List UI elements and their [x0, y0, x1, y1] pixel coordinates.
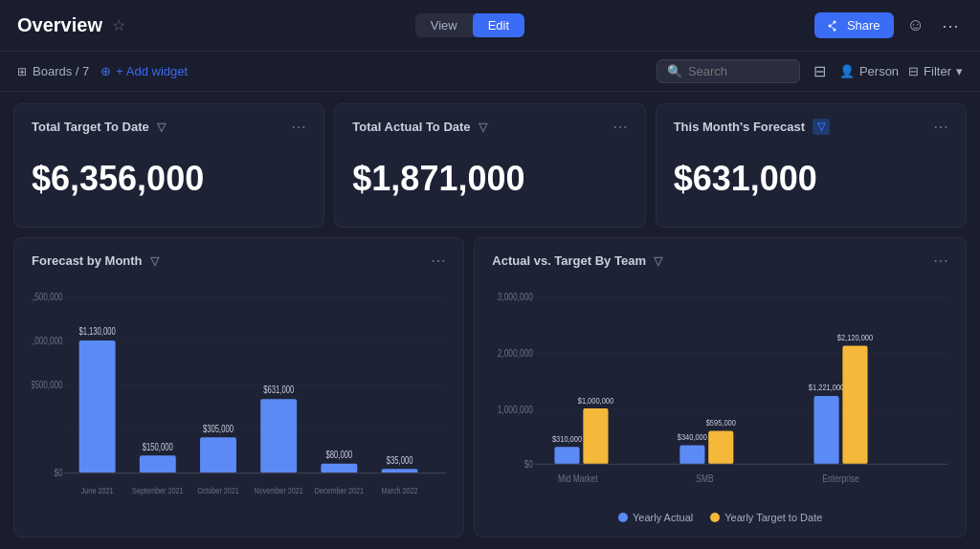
svg-point-2: [833, 28, 835, 31]
chart-legend: Yearly Actual Yearly Target to Date: [492, 512, 948, 523]
svg-text:$80,000: $80,000: [326, 450, 353, 460]
header: Overview ☆ View Edit Share ☺ ⋯: [0, 0, 980, 52]
filter-button[interactable]: ⊟ Filter ▾: [908, 64, 963, 78]
more-menu-target[interactable]: ⋯: [291, 118, 306, 136]
more-options-button[interactable]: ⋯: [938, 11, 963, 40]
svg-text:$340,000: $340,000: [678, 431, 707, 442]
bar-enterprise-target: [843, 346, 868, 465]
legend-dot-actual: [618, 513, 628, 522]
bar-enterprise-actual: [814, 396, 839, 464]
svg-text:$0: $0: [524, 458, 534, 470]
forecast-chart-header: Forecast by Month ▽ ⋯: [32, 252, 446, 270]
svg-text:June 2021: June 2021: [81, 485, 114, 495]
grid-icon: ⊞: [17, 65, 27, 78]
svg-line-4: [831, 26, 833, 28]
filter-icon-forecast[interactable]: ▽: [813, 119, 830, 135]
svg-text:SMB: SMB: [697, 472, 715, 484]
svg-text:$631,000: $631,000: [263, 384, 294, 395]
share-icon: [828, 19, 841, 33]
svg-text:2,000,000: 2,000,000: [498, 347, 534, 359]
svg-text:September 2021: September 2021: [132, 485, 183, 495]
svg-text:$150,000: $150,000: [143, 442, 173, 452]
breadcrumb[interactable]: ⊞ Boards / 7: [17, 64, 89, 78]
main-content: Total Target To Date ▽ ⋯ $6,356,000 Tota…: [0, 92, 980, 549]
bar-june-2021: [79, 340, 116, 473]
more-menu-forecast[interactable]: ⋯: [933, 118, 948, 136]
metric-card-target: Total Target To Date ▽ ⋯ $6,356,000: [13, 103, 324, 228]
metric-card-actual: Total Actual To Date ▽ ⋯ $1,871,000: [334, 103, 645, 228]
metric-row: Total Target To Date ▽ ⋯ $6,356,000 Tota…: [13, 103, 967, 228]
bar-sep-2021: [140, 455, 176, 472]
card-title-target: Total Target To Date ▽: [32, 120, 166, 134]
save-button[interactable]: ⊟: [810, 58, 830, 84]
page-title: Overview: [17, 14, 102, 36]
team-chart-card: Actual vs. Target By Team ▽ ⋯ 3,000,000: [474, 237, 967, 538]
more-menu-team-chart[interactable]: ⋯: [933, 252, 948, 270]
plus-icon: ⊕: [100, 64, 111, 78]
sub-header-right: 🔍 ⊟ 👤 Person ⊟ Filter ▾: [657, 58, 963, 84]
forecast-chart-card: Forecast by Month ▽ ⋯ $1,500,000: [13, 237, 464, 538]
card-header-actual: Total Actual To Date ▽ ⋯: [352, 118, 627, 136]
filter-icon-target[interactable]: ▽: [157, 121, 166, 134]
svg-text:November 2021: November 2021: [255, 485, 303, 495]
legend-item-actual: Yearly Actual: [618, 512, 693, 523]
svg-text:March 2022: March 2022: [382, 485, 418, 495]
more-menu-forecast-chart[interactable]: ⋯: [431, 252, 446, 270]
svg-text:$1,221,000: $1,221,000: [809, 382, 844, 392]
tab-group: View Edit: [415, 13, 524, 37]
svg-text:$1,000,000: $1,000,000: [578, 395, 613, 406]
svg-text:$0: $0: [54, 467, 62, 479]
legend-dot-target: [710, 513, 720, 522]
header-left: Overview ☆: [17, 14, 125, 36]
person-filter-button[interactable]: 👤 Person: [839, 64, 899, 78]
team-bar-chart-svg: 3,000,000 2,000,000 1,000,000 $0 $310,00…: [492, 285, 948, 506]
bar-midmarket-target: [584, 408, 609, 464]
star-icon[interactable]: ☆: [112, 16, 125, 34]
share-button[interactable]: Share: [814, 12, 894, 38]
bar-smb-actual: [680, 445, 705, 464]
card-header-target: Total Target To Date ▽ ⋯: [32, 118, 306, 136]
svg-line-3: [831, 23, 833, 25]
team-chart-header: Actual vs. Target By Team ▽ ⋯: [492, 252, 948, 270]
card-title-forecast: This Month's Forecast ▽: [674, 119, 830, 135]
svg-text:3,000,000: 3,000,000: [498, 291, 534, 302]
tab-edit[interactable]: Edit: [473, 13, 524, 37]
bar-midmarket-actual: [555, 447, 580, 464]
tab-view[interactable]: View: [415, 13, 473, 37]
bar-mar-2022: [382, 469, 418, 472]
app-container: Overview ☆ View Edit Share ☺ ⋯ ⊞ B: [0, 0, 980, 549]
metric-value-actual: $1,871,000: [352, 143, 627, 213]
emoji-button[interactable]: ☺: [903, 11, 928, 39]
filter-icon: ⊟: [908, 64, 919, 78]
svg-text:December 2021: December 2021: [315, 485, 364, 495]
svg-text:1,000,000: 1,000,000: [498, 403, 534, 414]
svg-text:October 2021: October 2021: [197, 485, 239, 495]
forecast-bar-chart-svg: $1,500,000 $1,000,000 $500,000 $0 $1,130…: [32, 285, 446, 523]
svg-text:$500,000: $500,000: [32, 379, 63, 391]
svg-point-0: [833, 20, 835, 23]
header-right: Share ☺ ⋯: [814, 11, 963, 40]
svg-text:$1,500,000: $1,500,000: [32, 291, 63, 303]
filter-icon-actual[interactable]: ▽: [479, 121, 487, 134]
more-menu-actual[interactable]: ⋯: [612, 118, 628, 136]
svg-text:$310,000: $310,000: [552, 433, 582, 444]
search-box[interactable]: 🔍: [657, 59, 800, 83]
filter-icon-team-chart[interactable]: ▽: [654, 254, 662, 268]
forecast-bar-chart-area: $1,500,000 $1,000,000 $500,000 $0 $1,130…: [32, 285, 446, 523]
chevron-down-icon: ▾: [956, 64, 963, 78]
team-bar-chart-area: 3,000,000 2,000,000 1,000,000 $0 $310,00…: [492, 285, 948, 506]
sub-header-left: ⊞ Boards / 7 ⊕ + Add widget: [17, 64, 188, 78]
card-title-actual: Total Actual To Date ▽: [352, 120, 486, 134]
svg-text:Mid Market: Mid Market: [558, 472, 598, 484]
search-icon: 🔍: [667, 64, 682, 78]
svg-text:$1,000,000: $1,000,000: [32, 335, 63, 347]
add-widget-button[interactable]: ⊕ + Add widget: [100, 64, 188, 78]
person-icon: 👤: [839, 64, 855, 78]
bar-oct-2021: [200, 437, 236, 472]
search-input[interactable]: [688, 64, 790, 78]
filter-icon-forecast-chart[interactable]: ▽: [150, 254, 159, 268]
chart-row: Forecast by Month ▽ ⋯ $1,500,000: [13, 237, 967, 538]
bar-nov-2021: [260, 399, 297, 473]
legend-item-target: Yearly Target to Date: [710, 512, 822, 523]
svg-text:$1,130,000: $1,130,000: [78, 326, 115, 337]
